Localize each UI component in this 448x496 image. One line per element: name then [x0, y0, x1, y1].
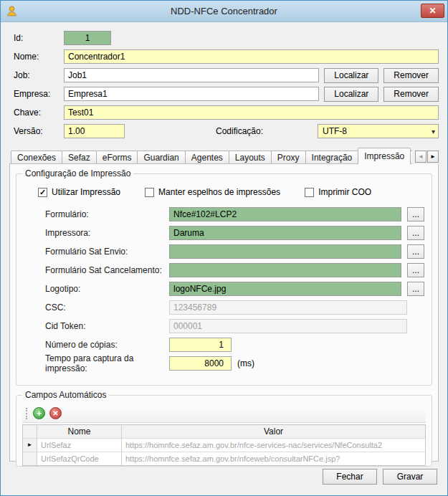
impressora-row: Impressora: ... [24, 226, 424, 240]
dialog-window: NDD-NFCe Concentrador ✕ Id: 1 Nome: Job:… [0, 0, 448, 496]
id-field: 1 [64, 31, 111, 45]
tab-conexoes[interactable]: Conexões [11, 151, 62, 164]
nome-label: Nome: [14, 52, 64, 62]
logotipo-row: Logotipo: ... [24, 282, 424, 296]
chave-row: Chave: [14, 105, 439, 120]
csc-input [169, 300, 407, 315]
impressora-label: Impressora: [45, 228, 169, 238]
chave-label: Chave: [14, 108, 64, 118]
tempo-unit-label: (ms) [237, 358, 254, 368]
checkbox-espelhos-label: Manter espelhos de impressões [158, 187, 280, 197]
id-label: Id: [14, 33, 64, 43]
csc-row: CSC: [24, 300, 424, 315]
chevron-down-icon: ▾ [432, 128, 435, 135]
logotipo-browse-button[interactable]: ... [407, 282, 424, 296]
sat-cancelamento-row: Formulário Sat Cancelamento: ... [24, 263, 424, 277]
sat-cancelamento-browse-button[interactable]: ... [407, 263, 424, 277]
checkbox-utilizar-impressao[interactable]: ✓ Utilizar Impressão [38, 187, 120, 197]
tab-scroll-buttons: ◄ ► [412, 148, 439, 164]
numero-copias-label: Número de cópias: [45, 340, 169, 350]
grid-header-row: Nome Valor [23, 425, 425, 439]
logotipo-label: Logotipo: [45, 284, 169, 294]
tab-impressao[interactable]: Impressão [358, 148, 411, 164]
campos-toolbar: + ✕ [22, 404, 426, 423]
chave-input[interactable] [64, 105, 439, 120]
empresa-label: Empresa: [14, 89, 64, 99]
check-icon: ✓ [38, 188, 47, 197]
tab-eforms[interactable]: eForms [96, 151, 138, 164]
header-form: Id: 1 Nome: Job: Localizar Remover Empre… [1, 22, 447, 143]
formulario-row: Formulário: ... [24, 207, 424, 221]
codificacao-value: UTF-8 [323, 126, 347, 136]
impressora-input[interactable] [169, 226, 401, 240]
close-button[interactable]: ✕ [421, 4, 444, 18]
job-input[interactable] [64, 68, 319, 82]
tab-guardian[interactable]: Guardian [137, 151, 185, 164]
tab-integracao[interactable]: Integração [305, 151, 359, 164]
numero-copias-input[interactable] [169, 338, 232, 352]
formulario-browse-button[interactable]: ... [407, 207, 424, 221]
cell-valor: https://homnfce.sefaz.am.gov.br/nfceweb/… [122, 452, 425, 466]
checkbox-imprimir-coo[interactable]: Imprimir COO [305, 187, 371, 197]
tab-proxy[interactable]: Proxy [271, 151, 306, 164]
groupbox-campos-automaticos: Campos Automáticos + ✕ Nome Valor ► UrlS… [16, 395, 432, 467]
sat-cancelamento-input[interactable] [169, 263, 401, 277]
versao-input[interactable] [64, 124, 125, 138]
row-selector-empty [23, 452, 37, 466]
titlebar: NDD-NFCe Concentrador ✕ [1, 1, 447, 22]
cid-token-input [169, 319, 407, 333]
tempo-captura-row: Tempo para captura da impressão: (ms) [24, 356, 424, 371]
numero-copias-row: Número de cópias: [24, 338, 424, 352]
tab-scroll-right-icon[interactable]: ► [427, 151, 439, 163]
checkbox-coo-label: Imprimir COO [318, 187, 371, 197]
cell-nome: UrlSefaz [37, 439, 122, 452]
job-row: Job: Localizar Remover [14, 68, 439, 82]
job-remover-button[interactable]: Remover [383, 68, 439, 83]
tab-agentes[interactable]: Agentes [185, 151, 229, 164]
fechar-button[interactable]: Fechar [323, 469, 377, 485]
logotipo-input[interactable] [169, 282, 401, 296]
job-localizar-button[interactable]: Localizar [324, 68, 378, 83]
tab-control: Conexões Sefaz eForms Guardian Agentes L… [9, 148, 439, 164]
cell-nome: UrlSefazQrCode [37, 452, 122, 466]
nome-row: Nome: [14, 49, 439, 64]
sat-envio-input[interactable] [169, 244, 401, 259]
empresa-input[interactable] [64, 87, 319, 101]
sat-envio-row: Formulário Sat Envio: ... [24, 244, 424, 259]
checkbox-utilizar-label: Utilizar Impressão [52, 187, 120, 197]
groupbox-title: Configuração de Impressão [22, 168, 133, 178]
tempo-captura-label: Tempo para captura da impressão: [45, 353, 169, 373]
tab-layouts[interactable]: Layouts [229, 151, 272, 164]
checkbox-empty-box [145, 188, 154, 197]
add-row-icon[interactable]: + [33, 407, 45, 419]
table-row[interactable]: UrlSefazQrCode https://homnfce.sefaz.am.… [23, 452, 425, 466]
campos-grid: Nome Valor ► UrlSefaz https://homnfce.se… [22, 424, 426, 466]
tab-strip: Conexões Sefaz eForms Guardian Agentes L… [9, 148, 439, 164]
empresa-localizar-button[interactable]: Localizar [324, 87, 378, 102]
tab-sefaz[interactable]: Sefaz [62, 151, 97, 164]
empresa-remover-button[interactable]: Remover [383, 87, 439, 102]
column-header-valor[interactable]: Valor [122, 425, 425, 438]
window-title: NDD-NFCe Concentrador [1, 6, 447, 16]
csc-label: CSC: [45, 302, 169, 313]
sat-envio-browse-button[interactable]: ... [407, 244, 424, 259]
job-label: Job: [14, 70, 64, 80]
tempo-captura-input[interactable] [169, 356, 232, 371]
formulario-input[interactable] [169, 207, 401, 221]
formulario-label: Formulário: [45, 209, 169, 219]
nome-input[interactable] [64, 49, 439, 64]
gravar-button[interactable]: Gravar [383, 469, 437, 485]
column-header-nome[interactable]: Nome [37, 425, 122, 438]
impressora-browse-button[interactable]: ... [407, 226, 424, 240]
table-row[interactable]: ► UrlSefaz https://homnfce.sefaz.am.gov.… [23, 439, 425, 452]
groupbox-title: Campos Automáticos [22, 390, 109, 400]
delete-row-icon[interactable]: ✕ [49, 407, 62, 419]
id-row: Id: 1 [14, 31, 439, 45]
footer: Fechar Gravar [9, 469, 437, 485]
checkbox-empty-box [305, 188, 314, 197]
sat-envio-label: Formulário Sat Envio: [45, 247, 169, 257]
tab-scroll-left-icon[interactable]: ◄ [415, 151, 426, 163]
checkbox-manter-espelhos[interactable]: Manter espelhos de impressões [145, 187, 280, 197]
cid-token-label: Cid Token: [45, 321, 169, 331]
codificacao-select[interactable]: UTF-8 ▾ [318, 124, 439, 138]
